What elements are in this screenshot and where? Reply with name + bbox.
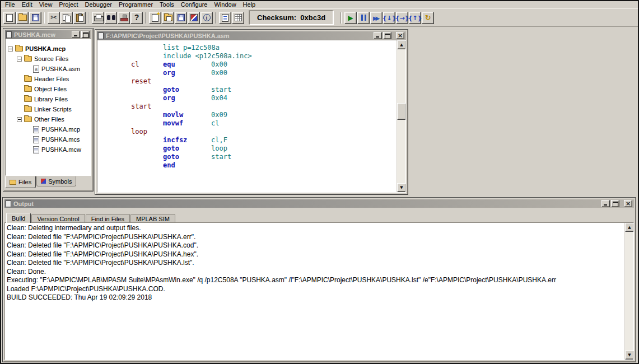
output-maximize-button[interactable] [611,200,619,207]
editor-scroll-up-button[interactable] [397,40,406,49]
build-options-button[interactable] [188,12,200,24]
cut-button[interactable] [48,12,60,24]
tree-item-linker-scripts[interactable]: Linker Scripts [6,104,91,114]
code-editor[interactable]: listp=12c508ainclude<p12c508a.inc>clequ0… [97,40,406,193]
menu-item-window[interactable]: Window [211,1,239,8]
folder-icon [24,106,32,112]
output-line: Executing: "F:\APMPIC\MPLAB\MPASM Suite\… [7,276,623,285]
tree-expander-icon[interactable] [17,117,22,122]
copy-button[interactable] [60,12,73,24]
tab-find-in-files[interactable]: Find in Files [86,214,130,223]
menu-item-file[interactable]: File [2,1,18,8]
new-project-button[interactable] [149,12,161,24]
tree-item-pushka-mcw[interactable]: PUSHKA.mcw [6,144,91,155]
open-project-button[interactable] [162,12,174,24]
folder-icon [15,46,23,52]
tree-item-pushka-asm[interactable]: PUSHKA.asm [6,64,91,74]
make-icon [235,14,242,21]
run-icon [348,14,353,21]
tree-item-library-files[interactable]: Library Files [6,94,91,104]
tab-files[interactable]: Files [5,176,36,188]
open-project-icon [164,15,172,21]
tree-item-object-files[interactable]: Object Files [6,84,91,94]
new-file-button[interactable] [3,12,16,24]
output-line: Clean: Done. [7,268,623,277]
editor-minimize-button[interactable] [374,32,382,39]
new-project-icon [152,14,158,22]
step-out-button[interactable] [409,12,421,24]
menu-item-programmer[interactable]: Programmer [115,1,156,8]
code-label [131,94,163,102]
menu-item-view[interactable]: View [36,1,56,8]
menu-item-configure[interactable]: Configure [178,1,211,8]
editor-scroll-thumb[interactable] [397,103,406,120]
tree-expander-icon[interactable] [8,46,13,52]
editor-window-titlebar[interactable]: F:\APMPIC\Project\PUSHKA\PUSHKA.asm [97,31,406,40]
reset-button[interactable] [422,12,434,24]
menu-item-edit[interactable]: Edit [18,1,36,8]
tab-mplab-sim[interactable]: MPLAB SIM [130,214,175,223]
code-opcode [163,77,211,86]
project-window: PUSHKA.mcw PUSHKA.mcpSource FilesPUSHKA.… [3,28,94,192]
step-over-button[interactable] [396,12,408,24]
output-tabs: BuildVersion ControlFind in FilesMPLAB S… [6,213,176,223]
tree-item-header-files[interactable]: Header Files [6,74,91,84]
editor-scrollbar[interactable] [397,40,405,192]
code-label [131,153,163,161]
project-window-titlebar[interactable]: PUSHKA.mcw [5,30,91,39]
code-operand: 0x09 [211,111,227,119]
tree-item-pushka-mcp[interactable]: PUSHKA.mcp [6,44,91,54]
tab-version-control[interactable]: Version Control [31,214,85,223]
code-line: gotostart [97,86,396,94]
menu-item-tools[interactable]: Tools [156,1,178,8]
step-into-button[interactable] [383,12,395,24]
output-window-titlebar[interactable]: Output [4,199,634,208]
code-label [131,144,163,153]
code-opcode: goto [163,144,211,153]
editor-scroll-down-button[interactable] [397,183,406,192]
project-info-button[interactable] [200,12,213,24]
menu-item-debugger[interactable]: Debugger [82,1,115,8]
editor-close-button[interactable] [396,32,404,39]
menu-item-help[interactable]: Help [240,1,259,8]
tab-build[interactable]: Build [6,213,31,223]
save-file-button[interactable] [29,12,41,24]
output-close-button[interactable] [624,200,632,207]
help-button[interactable] [130,12,143,24]
output-pane[interactable]: Clean: Deleting intermediary and output … [4,222,634,360]
output-scroll-down-button[interactable] [625,351,634,360]
project-minimize-button[interactable] [72,31,80,38]
menu-item-project[interactable]: Project [55,1,81,8]
tree-item-source-files[interactable]: Source Files [6,54,91,64]
output-scrollbar[interactable] [624,223,633,360]
editor-window: F:\APMPIC\Project\PUSHKA\PUSHKA.asm list… [95,29,408,195]
animate-button[interactable] [370,12,383,24]
tree-expander-icon[interactable] [17,57,22,62]
open-file-button[interactable] [16,12,29,24]
tree-item-label: Other Files [34,116,64,123]
output-scroll-up-button[interactable] [625,223,634,232]
make-button[interactable] [232,12,244,24]
run-button[interactable] [344,12,357,24]
project-maximize-button[interactable] [81,31,90,38]
stamp-button[interactable] [118,12,130,24]
code-label [131,44,163,52]
code-label [131,69,163,77]
code-label: reset [131,77,163,86]
print-button[interactable] [92,12,104,24]
tab-symbols[interactable]: Symbols [36,176,76,186]
save-workspace-button[interactable] [175,12,187,24]
code-opcode: goto [163,86,211,94]
halt-button[interactable] [357,12,370,24]
output-minimize-button[interactable] [601,200,610,207]
compile-button[interactable] [219,12,231,24]
tree-item-pushka-mcs[interactable]: PUSHKA.mcs [6,134,91,144]
tree-item-label: PUSHKA.asm [41,66,80,72]
code-opcode: list [163,44,179,52]
find-button[interactable] [105,12,117,24]
editor-maximize-button[interactable] [383,32,391,39]
save-file-icon [32,14,39,21]
paste-button[interactable] [73,12,86,24]
tree-item-pushka-mcp[interactable]: PUSHKA.mcp [6,124,91,134]
tree-item-other-files[interactable]: Other Files [6,114,91,124]
